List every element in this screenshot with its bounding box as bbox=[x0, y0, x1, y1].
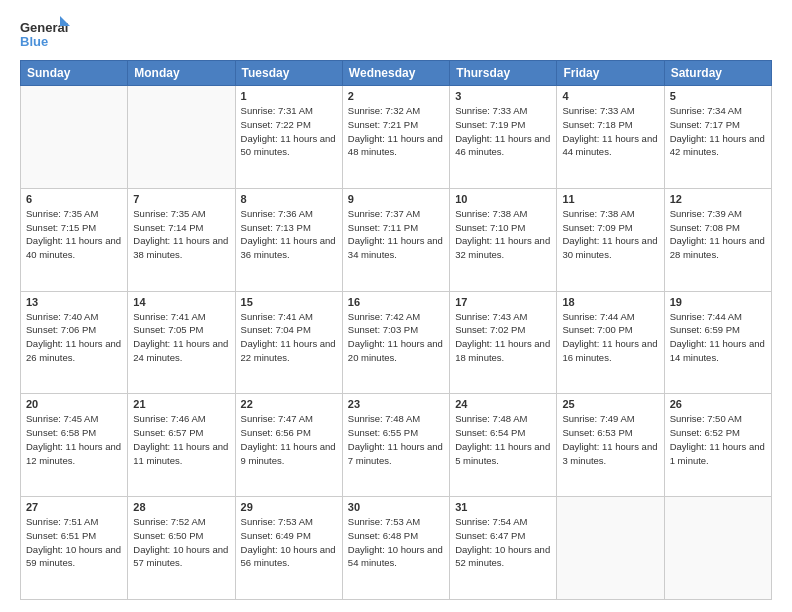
calendar-cell: 7Sunrise: 7:35 AM Sunset: 7:14 PM Daylig… bbox=[128, 188, 235, 291]
day-number: 28 bbox=[133, 501, 229, 513]
day-info: Sunrise: 7:33 AM Sunset: 7:19 PM Dayligh… bbox=[455, 104, 551, 159]
day-number: 9 bbox=[348, 193, 444, 205]
day-info: Sunrise: 7:41 AM Sunset: 7:05 PM Dayligh… bbox=[133, 310, 229, 365]
calendar-cell: 20Sunrise: 7:45 AM Sunset: 6:58 PM Dayli… bbox=[21, 394, 128, 497]
day-number: 25 bbox=[562, 398, 658, 410]
calendar-cell: 13Sunrise: 7:40 AM Sunset: 7:06 PM Dayli… bbox=[21, 291, 128, 394]
calendar-cell bbox=[128, 86, 235, 189]
day-number: 21 bbox=[133, 398, 229, 410]
calendar-cell: 2Sunrise: 7:32 AM Sunset: 7:21 PM Daylig… bbox=[342, 86, 449, 189]
day-header-friday: Friday bbox=[557, 61, 664, 86]
day-info: Sunrise: 7:36 AM Sunset: 7:13 PM Dayligh… bbox=[241, 207, 337, 262]
day-info: Sunrise: 7:32 AM Sunset: 7:21 PM Dayligh… bbox=[348, 104, 444, 159]
calendar-cell: 21Sunrise: 7:46 AM Sunset: 6:57 PM Dayli… bbox=[128, 394, 235, 497]
day-number: 2 bbox=[348, 90, 444, 102]
day-header-saturday: Saturday bbox=[664, 61, 771, 86]
calendar-cell: 16Sunrise: 7:42 AM Sunset: 7:03 PM Dayli… bbox=[342, 291, 449, 394]
calendar-cell: 30Sunrise: 7:53 AM Sunset: 6:48 PM Dayli… bbox=[342, 497, 449, 600]
day-number: 29 bbox=[241, 501, 337, 513]
calendar-cell: 1Sunrise: 7:31 AM Sunset: 7:22 PM Daylig… bbox=[235, 86, 342, 189]
calendar-cell: 22Sunrise: 7:47 AM Sunset: 6:56 PM Dayli… bbox=[235, 394, 342, 497]
day-info: Sunrise: 7:34 AM Sunset: 7:17 PM Dayligh… bbox=[670, 104, 766, 159]
week-row-5: 27Sunrise: 7:51 AM Sunset: 6:51 PM Dayli… bbox=[21, 497, 772, 600]
day-header-sunday: Sunday bbox=[21, 61, 128, 86]
day-info: Sunrise: 7:51 AM Sunset: 6:51 PM Dayligh… bbox=[26, 515, 122, 570]
calendar-cell bbox=[664, 497, 771, 600]
day-number: 27 bbox=[26, 501, 122, 513]
calendar-cell: 4Sunrise: 7:33 AM Sunset: 7:18 PM Daylig… bbox=[557, 86, 664, 189]
day-number: 24 bbox=[455, 398, 551, 410]
day-number: 30 bbox=[348, 501, 444, 513]
day-number: 14 bbox=[133, 296, 229, 308]
day-number: 11 bbox=[562, 193, 658, 205]
calendar-cell: 14Sunrise: 7:41 AM Sunset: 7:05 PM Dayli… bbox=[128, 291, 235, 394]
calendar-cell: 17Sunrise: 7:43 AM Sunset: 7:02 PM Dayli… bbox=[450, 291, 557, 394]
day-number: 10 bbox=[455, 193, 551, 205]
day-info: Sunrise: 7:37 AM Sunset: 7:11 PM Dayligh… bbox=[348, 207, 444, 262]
day-info: Sunrise: 7:46 AM Sunset: 6:57 PM Dayligh… bbox=[133, 412, 229, 467]
week-row-1: 1Sunrise: 7:31 AM Sunset: 7:22 PM Daylig… bbox=[21, 86, 772, 189]
day-info: Sunrise: 7:42 AM Sunset: 7:03 PM Dayligh… bbox=[348, 310, 444, 365]
calendar-cell: 25Sunrise: 7:49 AM Sunset: 6:53 PM Dayli… bbox=[557, 394, 664, 497]
day-number: 31 bbox=[455, 501, 551, 513]
calendar-cell: 11Sunrise: 7:38 AM Sunset: 7:09 PM Dayli… bbox=[557, 188, 664, 291]
calendar-cell bbox=[21, 86, 128, 189]
day-header-tuesday: Tuesday bbox=[235, 61, 342, 86]
day-number: 20 bbox=[26, 398, 122, 410]
logo: General Blue bbox=[20, 16, 70, 52]
calendar-cell: 18Sunrise: 7:44 AM Sunset: 7:00 PM Dayli… bbox=[557, 291, 664, 394]
calendar-cell: 8Sunrise: 7:36 AM Sunset: 7:13 PM Daylig… bbox=[235, 188, 342, 291]
day-info: Sunrise: 7:44 AM Sunset: 6:59 PM Dayligh… bbox=[670, 310, 766, 365]
day-header-wednesday: Wednesday bbox=[342, 61, 449, 86]
page: General Blue SundayMondayTuesdayWednesda… bbox=[0, 0, 792, 612]
calendar-cell: 15Sunrise: 7:41 AM Sunset: 7:04 PM Dayli… bbox=[235, 291, 342, 394]
calendar-cell: 19Sunrise: 7:44 AM Sunset: 6:59 PM Dayli… bbox=[664, 291, 771, 394]
calendar-cell: 23Sunrise: 7:48 AM Sunset: 6:55 PM Dayli… bbox=[342, 394, 449, 497]
day-number: 8 bbox=[241, 193, 337, 205]
day-number: 22 bbox=[241, 398, 337, 410]
day-info: Sunrise: 7:48 AM Sunset: 6:54 PM Dayligh… bbox=[455, 412, 551, 467]
day-info: Sunrise: 7:33 AM Sunset: 7:18 PM Dayligh… bbox=[562, 104, 658, 159]
day-info: Sunrise: 7:44 AM Sunset: 7:00 PM Dayligh… bbox=[562, 310, 658, 365]
week-row-2: 6Sunrise: 7:35 AM Sunset: 7:15 PM Daylig… bbox=[21, 188, 772, 291]
calendar-cell bbox=[557, 497, 664, 600]
day-number: 23 bbox=[348, 398, 444, 410]
day-info: Sunrise: 7:38 AM Sunset: 7:10 PM Dayligh… bbox=[455, 207, 551, 262]
day-number: 4 bbox=[562, 90, 658, 102]
day-number: 7 bbox=[133, 193, 229, 205]
week-row-4: 20Sunrise: 7:45 AM Sunset: 6:58 PM Dayli… bbox=[21, 394, 772, 497]
calendar-cell: 27Sunrise: 7:51 AM Sunset: 6:51 PM Dayli… bbox=[21, 497, 128, 600]
day-info: Sunrise: 7:38 AM Sunset: 7:09 PM Dayligh… bbox=[562, 207, 658, 262]
day-number: 16 bbox=[348, 296, 444, 308]
day-info: Sunrise: 7:41 AM Sunset: 7:04 PM Dayligh… bbox=[241, 310, 337, 365]
day-number: 12 bbox=[670, 193, 766, 205]
day-info: Sunrise: 7:50 AM Sunset: 6:52 PM Dayligh… bbox=[670, 412, 766, 467]
day-header-thursday: Thursday bbox=[450, 61, 557, 86]
day-info: Sunrise: 7:53 AM Sunset: 6:48 PM Dayligh… bbox=[348, 515, 444, 570]
day-number: 5 bbox=[670, 90, 766, 102]
week-row-3: 13Sunrise: 7:40 AM Sunset: 7:06 PM Dayli… bbox=[21, 291, 772, 394]
day-number: 15 bbox=[241, 296, 337, 308]
day-info: Sunrise: 7:54 AM Sunset: 6:47 PM Dayligh… bbox=[455, 515, 551, 570]
calendar-cell: 10Sunrise: 7:38 AM Sunset: 7:10 PM Dayli… bbox=[450, 188, 557, 291]
day-number: 13 bbox=[26, 296, 122, 308]
day-number: 1 bbox=[241, 90, 337, 102]
calendar-cell: 3Sunrise: 7:33 AM Sunset: 7:19 PM Daylig… bbox=[450, 86, 557, 189]
day-header-monday: Monday bbox=[128, 61, 235, 86]
day-number: 6 bbox=[26, 193, 122, 205]
day-number: 17 bbox=[455, 296, 551, 308]
logo-svg: General Blue bbox=[20, 16, 70, 52]
calendar-cell: 9Sunrise: 7:37 AM Sunset: 7:11 PM Daylig… bbox=[342, 188, 449, 291]
day-info: Sunrise: 7:39 AM Sunset: 7:08 PM Dayligh… bbox=[670, 207, 766, 262]
calendar-cell: 31Sunrise: 7:54 AM Sunset: 6:47 PM Dayli… bbox=[450, 497, 557, 600]
svg-text:Blue: Blue bbox=[20, 34, 48, 49]
calendar-cell: 24Sunrise: 7:48 AM Sunset: 6:54 PM Dayli… bbox=[450, 394, 557, 497]
day-info: Sunrise: 7:49 AM Sunset: 6:53 PM Dayligh… bbox=[562, 412, 658, 467]
calendar-cell: 28Sunrise: 7:52 AM Sunset: 6:50 PM Dayli… bbox=[128, 497, 235, 600]
calendar-table: SundayMondayTuesdayWednesdayThursdayFrid… bbox=[20, 60, 772, 600]
day-info: Sunrise: 7:52 AM Sunset: 6:50 PM Dayligh… bbox=[133, 515, 229, 570]
day-info: Sunrise: 7:35 AM Sunset: 7:14 PM Dayligh… bbox=[133, 207, 229, 262]
day-number: 26 bbox=[670, 398, 766, 410]
day-info: Sunrise: 7:35 AM Sunset: 7:15 PM Dayligh… bbox=[26, 207, 122, 262]
calendar-cell: 26Sunrise: 7:50 AM Sunset: 6:52 PM Dayli… bbox=[664, 394, 771, 497]
